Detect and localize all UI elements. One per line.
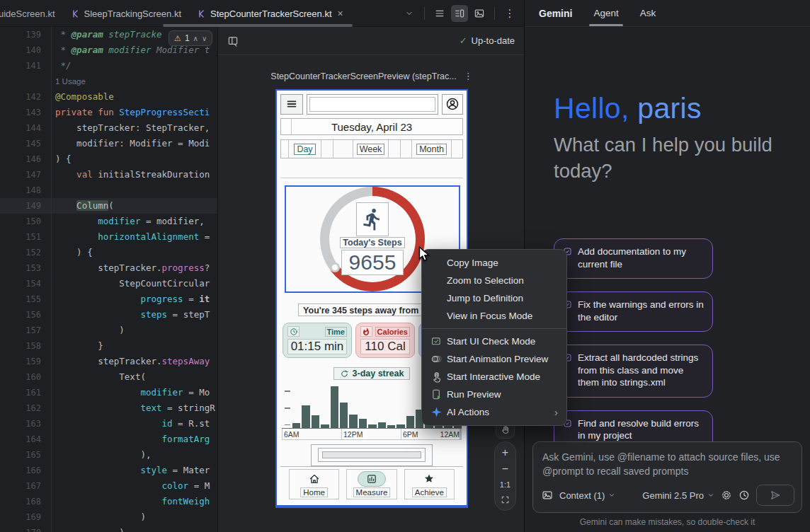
line-number: 161 [0,385,41,400]
menu-item[interactable]: Start UI Check Mode [422,332,566,350]
menu-item[interactable]: Copy Image [422,254,566,272]
design-view-icon[interactable] [471,5,488,22]
close-tab-icon[interactable]: × [338,8,343,19]
code-editor[interactable]: 139 * @param stepTracke140 * @param modi… [0,27,217,532]
line-number: 152 [0,245,41,260]
menu-divider [422,328,566,329]
menu-item-spacer [430,274,443,287]
zoom-out-button[interactable]: − [502,464,508,474]
code-view-icon[interactable] [431,5,448,22]
check-icon: ✓ [460,35,467,46]
kotlin-file-icon [197,9,206,18]
menu-item-label: Run Preview [447,389,501,400]
time-card[interactable]: Time 01:15 min [283,323,352,358]
menu-icon[interactable] [280,94,303,115]
divider [494,7,495,20]
menu-item[interactable]: Start Animation Preview [422,350,566,368]
inspection-widget[interactable]: ⚠ 1 ∧ ∨ [169,30,212,46]
code-line: 156 steps = stepT [0,307,217,323]
calories-card[interactable]: Calories 110 Cal [355,323,415,358]
code-text: */ [41,58,72,74]
attach-image-icon[interactable] [542,490,553,501]
streak-badge: 3-day streak [333,367,411,380]
editor-tab[interactable]: uideScreen.kt [0,0,63,27]
gear-icon[interactable] [721,490,732,501]
menu-item[interactable]: Run Preview [422,386,566,403]
editor-tab[interactable]: SleepTrackingScreen.kt [63,0,190,27]
x-label: 12PM [342,429,401,439]
usage-hint[interactable]: 1 Usage [0,74,217,89]
menu-item[interactable]: Jump to Definition [422,289,566,307]
nav-home[interactable]: Home [289,469,339,499]
tab-agent[interactable]: Agent [593,0,618,26]
menu-item[interactable]: AI Actions› [422,403,566,421]
nav-measure[interactable]: Measure [346,469,397,499]
greeting-headline: Hello, paris [554,92,787,125]
tab-ask[interactable]: Ask [640,0,656,26]
search-input[interactable] [307,94,438,115]
zoom-in-button[interactable]: + [502,448,508,458]
code-line: 162 text = stringR [0,400,217,416]
chart-bar [378,422,386,428]
line-number: 140 [0,42,41,58]
context-dropdown[interactable]: Context (1) [559,490,615,501]
chart-bar [387,425,395,428]
tab-month[interactable]: Month [412,140,452,158]
split-view-icon[interactable] [451,5,468,22]
menu-item[interactable]: Zoom to Selection [422,272,566,289]
measure-icon [358,471,386,487]
next-issue-icon[interactable]: ∨ [202,35,207,42]
code-text: stepTracker: StepTracker, [41,120,210,136]
suggestion-text: Add documentation to my current file [578,245,704,270]
account-icon[interactable] [442,94,463,115]
preview-menu-icon[interactable]: ⋮ [464,71,473,81]
code-line: 141 */ [0,58,217,74]
code-text: ) { [41,151,72,167]
chevron-down-icon [608,492,615,499]
suggestion-card[interactable]: Add documentation to my current file [554,238,713,279]
zoom-level[interactable]: 1:1 [500,480,510,489]
editor-tab-bar: uideScreen.ktSleepTrackingScreen.ktStepC… [0,0,524,27]
editor-tab[interactable]: StepCounterTrackerScreen.kt× [189,0,351,27]
code-line: 147 val initialStreakDuration [0,167,217,183]
menu-item[interactable]: Start Interactive Mode [422,368,566,386]
menu-item-label: AI Actions [447,407,489,417]
more-options-icon[interactable]: ⋮ [501,5,518,22]
menu-item[interactable]: View in Focus Mode [422,307,566,325]
chevron-down-icon [707,492,714,499]
model-dropdown[interactable]: Gemini 2.5 Pro [642,490,714,501]
kotlin-file-icon [71,9,80,18]
suggestion-card[interactable]: Fix the warnings and errors in the edito… [554,291,713,332]
chevron-down-icon[interactable] [401,5,418,22]
tab-scrollbar[interactable] [163,24,353,27]
code-line: 165 ), [0,447,217,463]
code-line: 153 stepTracker.progress? [0,260,217,276]
tab-day[interactable]: Day [289,140,321,158]
tab-week[interactable]: Week [353,140,389,158]
send-button[interactable] [756,485,794,506]
suggestion-text: Find and resolve build errors in my proj… [578,417,704,442]
home-icon [300,471,329,487]
code-line: 151 horizontalAlignment = [0,229,217,245]
preview-title[interactable]: StepCounterTrackerScreenPreview (stepTra… [257,71,486,81]
line-number: 141 [0,58,41,74]
time-label: Time [325,327,347,337]
suggestion-card[interactable]: Extract all hardcoded strings from this … [554,345,713,398]
code-text: @Composable [41,89,114,105]
prev-issue-icon[interactable]: ∧ [193,35,198,42]
prompt-input[interactable]: Ask Gemini, use @filename to attach sour… [532,441,802,513]
nav-achieve[interactable]: Achieve [404,469,455,499]
zoom-to-fit-icon[interactable] [501,495,510,504]
spacer [280,158,463,178]
achieve-icon [415,471,443,487]
line-number: 147 [0,167,41,183]
code-text: * @param stepTracke [41,27,162,42]
preview-layout-icon[interactable] [227,35,239,47]
gutter-divider [51,27,52,532]
code-line: 160 Text( [0,369,217,385]
history-icon[interactable] [738,490,750,501]
code-line: 168 fontWeigh [0,494,217,509]
code-text: modifier: Modifier = Modi [41,136,210,151]
line-number: 160 [0,369,41,385]
code-text: stepTracker.stepsAway [41,354,210,369]
